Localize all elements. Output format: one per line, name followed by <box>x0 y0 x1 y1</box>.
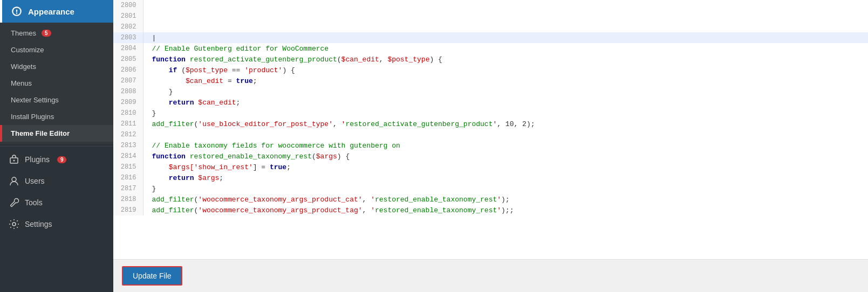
line-code: function restored_activate_gutenberg_pro… <box>143 54 868 65</box>
menus-label: Menus <box>11 79 32 87</box>
line-number: 2812 <box>113 129 143 140</box>
line-number: 2806 <box>113 65 143 75</box>
table-row: 2810} <box>113 108 868 119</box>
line-number: 2813 <box>113 140 143 151</box>
line-number: 2802 <box>113 22 143 32</box>
line-code: } <box>143 108 868 119</box>
theme-file-editor-label: Theme File Editor <box>11 129 70 137</box>
plugins-label: Plugins <box>25 155 50 164</box>
footer-bar: Update File <box>113 259 868 292</box>
settings-label: Settings <box>25 220 52 228</box>
wrench-icon <box>9 197 19 208</box>
user-icon <box>9 176 19 186</box>
sidebar-item-widgets[interactable]: Widgets <box>0 58 113 75</box>
table-row: 2808 } <box>113 86 868 97</box>
line-code: add_filter('woocommerce_taxonomy_args_pr… <box>143 205 868 215</box>
main-content: 2800280128022803|2804// Enable Gutenberg… <box>113 0 868 292</box>
line-code: $can_edit = true; <box>143 75 868 86</box>
sidebar-sub-menu: Themes 5 Customize Widgets Menus Nexter … <box>0 23 113 144</box>
sidebar-item-settings[interactable]: Settings <box>0 213 113 235</box>
themes-label: Themes <box>11 29 36 37</box>
table-row: 2809 return $can_edit; <box>113 97 868 108</box>
line-code: // Enable Gutenberg editor for WooCommer… <box>143 43 868 54</box>
nexter-settings-label: Nexter Settings <box>11 96 59 104</box>
table-row: 2803| <box>113 32 868 43</box>
line-code: add_filter('woocommerce_taxonomy_args_pr… <box>143 194 868 205</box>
line-number: 2801 <box>113 11 143 22</box>
sidebar-item-tools[interactable]: Tools <box>0 192 113 213</box>
sidebar-appearance[interactable]: Appearance <box>0 0 113 23</box>
line-code: } <box>143 183 868 194</box>
table-row: 2800 <box>113 0 868 11</box>
table-row: 2807 $can_edit = true; <box>113 75 868 86</box>
plugins-badge: 9 <box>57 156 67 163</box>
sidebar-item-menus[interactable]: Menus <box>0 75 113 92</box>
appearance-icon <box>11 5 23 17</box>
sidebar-item-users[interactable]: Users <box>0 170 113 192</box>
table-row: 2802 <box>113 22 868 32</box>
line-code <box>143 129 868 140</box>
line-code: return $args; <box>143 172 868 183</box>
sidebar-item-plugins[interactable]: Plugins 9 <box>0 149 113 170</box>
line-number: 2803 <box>113 32 143 43</box>
line-code: | <box>143 32 868 43</box>
plugin-icon <box>9 154 19 165</box>
sidebar-item-nexter-settings[interactable]: Nexter Settings <box>0 92 113 108</box>
code-editor[interactable]: 2800280128022803|2804// Enable Gutenberg… <box>113 0 868 259</box>
table-row: 2817} <box>113 183 868 194</box>
table-row: 2801 <box>113 11 868 22</box>
line-code <box>143 0 868 11</box>
line-code: return $can_edit; <box>143 97 868 108</box>
sidebar-item-theme-file-editor[interactable]: Theme File Editor <box>0 125 113 142</box>
line-code: function restored_enable_taxonomy_rest($… <box>143 151 868 162</box>
line-number: 2809 <box>113 97 143 108</box>
sidebar-item-install-plugins[interactable]: Install Plugins <box>0 108 113 125</box>
code-table: 2800280128022803|2804// Enable Gutenberg… <box>113 0 868 215</box>
sidebar: Appearance Themes 5 Customize Widgets Me… <box>0 0 113 292</box>
line-number: 2816 <box>113 172 143 183</box>
widgets-label: Widgets <box>11 62 36 71</box>
table-row: 2813// Enable taxonomy fields for woocom… <box>113 140 868 151</box>
svg-point-1 <box>13 160 15 162</box>
sidebar-item-customize[interactable]: Customize <box>0 41 113 58</box>
line-number: 2818 <box>113 194 143 205</box>
tools-label: Tools <box>25 198 43 207</box>
table-row: 2815 $args['show_in_rest'] = true; <box>113 162 868 172</box>
line-number: 2810 <box>113 108 143 119</box>
line-number: 2814 <box>113 151 143 162</box>
table-row: 2816 return $args; <box>113 172 868 183</box>
sidebar-divider-1 <box>0 146 113 147</box>
line-number: 2807 <box>113 75 143 86</box>
settings-icon <box>9 219 19 230</box>
line-number: 2805 <box>113 54 143 65</box>
line-number: 2817 <box>113 183 143 194</box>
line-number: 2811 <box>113 119 143 129</box>
line-code: // Enable taxonomy fields for woocommerc… <box>143 140 868 151</box>
appearance-label: Appearance <box>28 7 74 16</box>
line-number: 2804 <box>113 43 143 54</box>
sidebar-item-themes[interactable]: Themes 5 <box>0 25 113 41</box>
themes-badge: 5 <box>42 30 51 37</box>
line-code: $args['show_in_rest'] = true; <box>143 162 868 172</box>
table-row: 2819add_filter('woocommerce_taxonomy_arg… <box>113 205 868 215</box>
table-row: 2806 if ($post_type == 'product') { <box>113 65 868 75</box>
table-row: 2804// Enable Gutenberg editor for WooCo… <box>113 43 868 54</box>
table-row: 2818add_filter('woocommerce_taxonomy_arg… <box>113 194 868 205</box>
table-row: 2805function restored_activate_gutenberg… <box>113 54 868 65</box>
line-number: 2815 <box>113 162 143 172</box>
table-row: 2814function restored_enable_taxonomy_re… <box>113 151 868 162</box>
table-row: 2812 <box>113 129 868 140</box>
line-code <box>143 11 868 22</box>
customize-label: Customize <box>11 46 44 54</box>
install-plugins-label: Install Plugins <box>11 113 54 121</box>
table-row: 2811add_filter('use_block_editor_for_pos… <box>113 119 868 129</box>
code-body: 2800280128022803|2804// Enable Gutenberg… <box>113 0 868 215</box>
line-code: } <box>143 86 868 97</box>
users-label: Users <box>25 177 45 185</box>
update-file-button[interactable]: Update File <box>122 266 182 286</box>
line-number: 2800 <box>113 0 143 11</box>
line-number: 2808 <box>113 86 143 97</box>
line-code: if ($post_type == 'product') { <box>143 65 868 75</box>
line-code <box>143 22 868 32</box>
svg-point-3 <box>12 223 16 226</box>
